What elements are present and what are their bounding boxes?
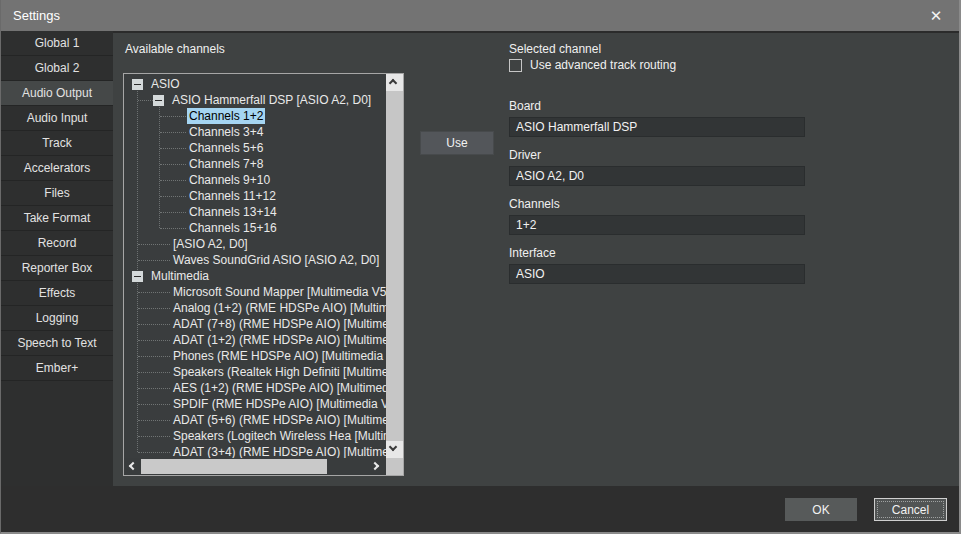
tree-item[interactable]: AES (1+2) (RME HDSPe AIO) [Multimedia V1 [124,380,386,396]
tree-item[interactable]: Channels 15+16 [124,220,386,236]
sidebar-item-files[interactable]: Files [1,181,113,206]
tree-item[interactable]: ASIO [124,76,386,92]
tree-item[interactable]: ADAT (7+8) (RME HDSPe AIO) [Multimedia V [124,316,386,332]
tree-item-label: ASIO [149,76,182,92]
tree-item[interactable]: ADAT (3+4) (RME HDSPe AIO) [Multimedia V [124,444,386,458]
tree-item[interactable]: Channels 5+6 [124,140,386,156]
checkbox-box-icon[interactable] [509,59,522,72]
content-area: Available channels ASIO ASIO Hammerfall … [113,31,959,486]
tree-item-label: Speakers (Logitech Wireless Hea [Multime… [171,428,386,444]
board-field[interactable]: ASIO Hammerfall DSP [509,117,805,137]
driver-field[interactable]: ASIO A2, D0 [509,166,805,186]
tree-connector-line [160,196,186,197]
tree-item[interactable]: [ASIO A2, D0] [124,236,386,252]
divider [113,31,959,33]
tree-connector-line [138,324,170,325]
scroll-down-icon[interactable] [386,441,403,458]
collapse-icon[interactable] [132,271,143,282]
tree-item[interactable]: ADAT (1+2) (RME HDSPe AIO) [Multimedia V [124,332,386,348]
advanced-routing-checkbox[interactable]: Use advanced track routing [509,58,676,72]
tree-item-label: Channels 3+4 [187,124,265,140]
sidebar-item-accelerators[interactable]: Accelerators [1,156,113,181]
sidebar-item-global-2[interactable]: Global 2 [1,56,113,81]
use-button[interactable]: Use [420,131,494,155]
settings-dialog: Settings ✕ Global 1Global 2Audio OutputA… [0,0,961,534]
tree-item[interactable]: SPDIF (RME HDSPe AIO) [Multimedia V10.0] [124,396,386,412]
tree-item-label: Phones (RME HDSPe AIO) [Multimedia V10. [171,348,386,364]
tree-item-label: Channels 9+10 [187,172,272,188]
tree-item[interactable]: Analog (1+2) (RME HDSPe AIO) [Multimedia [124,300,386,316]
tree-item-label: Channels 15+16 [187,220,279,236]
titlebar[interactable]: Settings ✕ [1,0,959,31]
tree-connector-line [138,308,170,309]
tree-item[interactable]: Speakers (Realtek High Definiti [Multime… [124,364,386,380]
scrollbar-corner [386,458,403,475]
tree-connector-line [160,148,186,149]
sidebar-item-track[interactable]: Track [1,131,113,156]
vertical-scrollbar[interactable] [386,74,403,458]
tree-item[interactable]: Multimedia [124,268,386,284]
checkbox-label: Use advanced track routing [530,58,676,72]
tree-connector-line [160,228,186,229]
sidebar-item-logging[interactable]: Logging [1,306,113,331]
sidebar-item-speech-to-text[interactable]: Speech to Text [1,331,113,356]
sidebar-item-effects[interactable]: Effects [1,281,113,306]
sidebar-item-ember[interactable]: Ember+ [1,356,113,381]
tree-item[interactable]: Channels 13+14 [124,204,386,220]
horizontal-scroll-thumb[interactable] [141,459,327,474]
tree-item[interactable]: Channels 9+10 [124,172,386,188]
sidebar-item-record[interactable]: Record [1,231,113,256]
tree-item-label: AES (1+2) (RME HDSPe AIO) [Multimedia V1 [171,380,386,396]
sidebar-item-audio-input[interactable]: Audio Input [1,106,113,131]
tree-item[interactable]: Waves SoundGrid ASIO [ASIO A2, D0] [124,252,386,268]
field-group: Board ASIO Hammerfall DSP [509,99,805,137]
collapse-icon[interactable] [132,79,143,90]
tree-item[interactable]: Channels 1+2 [124,108,386,124]
tree-item-label: Channels 7+8 [187,156,265,172]
tree-connector-line [138,420,170,421]
cancel-button[interactable]: Cancel [874,498,947,521]
tree-item-label: Multimedia [149,268,211,284]
tree-item[interactable]: Microsoft Sound Mapper [Multimedia V5.0 [124,284,386,300]
tree-item-label: Microsoft Sound Mapper [Multimedia V5.0 [171,284,386,300]
tree-item-label: ADAT (7+8) (RME HDSPe AIO) [Multimedia V [171,316,386,332]
tree-item-label: Channels 1+2 [187,108,265,124]
tree-item-label: [ASIO A2, D0] [171,236,250,252]
tree-rows: ASIO ASIO Hammerfall DSP [ASIO A2, D0] C… [124,74,386,458]
field-group: Driver ASIO A2, D0 [509,148,805,186]
tree-item-label: ADAT (3+4) (RME HDSPe AIO) [Multimedia V [171,444,386,458]
tree-connector-line [160,116,186,117]
tree-item[interactable]: Channels 7+8 [124,156,386,172]
tree-guide-line [137,84,138,452]
tree-connector-line [160,212,186,213]
field-label: Board [509,99,805,113]
sidebar-item-audio-output[interactable]: Audio Output [1,81,113,106]
sidebar-item-take-format[interactable]: Take Format [1,206,113,231]
channels-field[interactable]: 1+2 [509,215,805,235]
collapse-icon[interactable] [153,95,164,106]
tree-item[interactable]: Speakers (Logitech Wireless Hea [Multime… [124,428,386,444]
tree-connector-line [160,164,186,165]
scroll-up-icon[interactable] [386,74,403,91]
scroll-left-icon[interactable] [124,458,141,475]
footer-bar: OK Cancel [1,486,959,532]
interface-field[interactable]: ASIO [509,264,805,284]
tree-item[interactable]: Phones (RME HDSPe AIO) [Multimedia V10. [124,348,386,364]
tree-item-label: SPDIF (RME HDSPe AIO) [Multimedia V10.0] [171,396,386,412]
tree-item[interactable]: ASIO Hammerfall DSP [ASIO A2, D0] [124,92,386,108]
close-icon[interactable]: ✕ [925,7,947,25]
sidebar-item-global-1[interactable]: Global 1 [1,31,113,56]
window-title: Settings [13,8,60,23]
tree-item-label: ADAT (5+6) (RME HDSPe AIO) [Multimedia V [171,412,386,428]
tree-item-label: ASIO Hammerfall DSP [ASIO A2, D0] [170,92,373,108]
horizontal-scrollbar[interactable] [124,458,386,475]
ok-button[interactable]: OK [785,498,857,521]
sidebar-item-reporter-box[interactable]: Reporter Box [1,256,113,281]
tree-item[interactable]: ADAT (5+6) (RME HDSPe AIO) [Multimedia V [124,412,386,428]
tree-item-label: ADAT (1+2) (RME HDSPe AIO) [Multimedia V [171,332,386,348]
field-group: Interface ASIO [509,246,805,284]
tree-connector-line [138,388,170,389]
scroll-right-icon[interactable] [369,458,386,475]
tree-item[interactable]: Channels 11+12 [124,188,386,204]
tree-item[interactable]: Channels 3+4 [124,124,386,140]
